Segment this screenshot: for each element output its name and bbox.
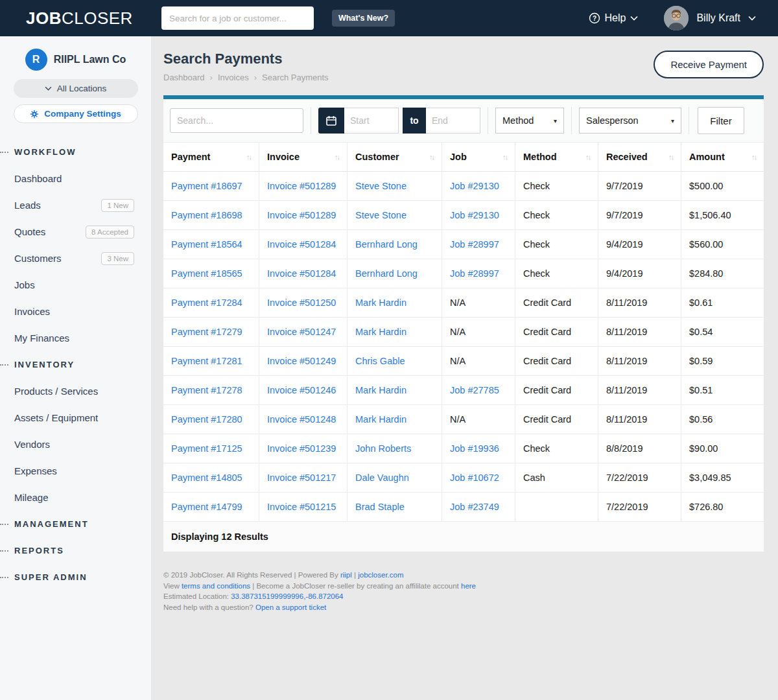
sort-icon[interactable]: ↑↓ [668,153,673,161]
job-link[interactable]: Job #27785 [450,385,499,395]
support-ticket-link[interactable]: Open a support ticket [255,603,326,611]
payment-link[interactable]: Payment #17279 [171,327,242,337]
payment-link[interactable]: Payment #14799 [171,502,242,512]
filter-button[interactable]: Filter [698,107,744,134]
column-header-method[interactable]: Method↑↓ [515,143,598,172]
sidebar-item-customers[interactable]: Customers3 New [0,245,151,272]
payment-link[interactable]: Payment #17284 [171,298,242,308]
customer-link[interactable]: Dale Vaughn [355,472,409,483]
jobcloser-link[interactable]: jobcloser.com [358,571,403,579]
location-link[interactable]: 33.387315199999996,-86.872064 [231,592,343,600]
sort-icon[interactable]: ↑↓ [246,153,251,161]
app-logo[interactable]: JOBCLOSER [26,8,133,29]
job-link[interactable]: Job #29130 [450,210,499,220]
sidebar-item-jobs[interactable]: Jobs [0,272,151,298]
sidebar-section-workflow[interactable]: WORKFLOW [0,139,151,165]
sidebar-item-dashboard[interactable]: Dashboard [0,165,151,192]
sidebar-item-leads[interactable]: Leads1 New [0,192,151,218]
sort-icon[interactable]: ↑↓ [429,153,434,161]
customer-link[interactable]: Bernhard Long [355,268,418,279]
column-header-amount[interactable]: Amount↑↓ [681,143,764,172]
affiliate-here-link[interactable]: here [461,582,476,590]
terms-link[interactable]: terms and conditions [182,582,250,590]
sidebar-section-management[interactable]: MANAGEMENT [0,511,151,537]
invoice-link[interactable]: Invoice #501246 [267,385,336,395]
customer-link[interactable]: Steve Stone [355,210,407,220]
customer-link[interactable]: Mark Hardin [355,385,407,395]
sidebar-item-assets-equipment[interactable]: Assets / Equipment [0,404,151,431]
payment-link[interactable]: Payment #17278 [171,385,242,395]
sidebar-section-inventory[interactable]: INVENTORY [0,351,151,378]
sidebar-item-my-finances[interactable]: My Finances [0,325,151,351]
column-header-invoice[interactable]: Invoice↑↓ [259,143,348,172]
column-header-payment[interactable]: Payment↑↓ [163,143,259,172]
column-header-job[interactable]: Job↑↓ [442,143,515,172]
method-select[interactable]: Method ▾ [495,108,564,134]
customer-link[interactable]: Chris Gable [355,356,405,366]
invoice-link[interactable]: Invoice #501289 [267,210,336,220]
job-link[interactable]: Job #28997 [450,239,499,250]
sidebar-item-vendors[interactable]: Vendors [0,431,151,458]
job-link[interactable]: Job #23749 [450,502,499,512]
sidebar-item-expenses[interactable]: Expenses [0,458,151,484]
invoice-link[interactable]: Invoice #501249 [267,356,336,366]
payment-link[interactable]: Payment #17125 [171,443,242,454]
locations-dropdown[interactable]: All Locations [14,79,138,98]
sort-icon[interactable]: ↑↓ [335,153,339,161]
breadcrumb-separator: › [210,73,213,82]
payment-link[interactable]: Payment #18565 [171,268,242,279]
sidebar-section-reports[interactable]: REPORTS [0,537,151,564]
column-header-customer[interactable]: Customer↑↓ [348,143,442,172]
invoice-link[interactable]: Invoice #501248 [267,414,336,425]
payment-link[interactable]: Payment #18564 [171,239,242,250]
date-start-input[interactable] [344,108,399,134]
sort-icon[interactable]: ↑↓ [502,153,507,161]
invoice-link[interactable]: Invoice #501250 [267,298,336,308]
invoice-link[interactable]: Invoice #501289 [267,181,336,191]
company-settings-button[interactable]: Company Settings [14,104,138,123]
payment-link[interactable]: Payment #18697 [171,181,242,191]
invoice-link[interactable]: Invoice #501239 [267,443,336,454]
job-link[interactable]: Job #29130 [450,181,499,191]
sidebar-item-mileage[interactable]: Mileage [0,484,151,511]
global-search-input[interactable] [161,6,314,30]
breadcrumb-dashboard[interactable]: Dashboard [163,73,205,82]
payment-link[interactable]: Payment #18698 [171,210,242,220]
user-menu[interactable]: Billy Kraft [664,6,756,30]
sidebar-section-super-admin[interactable]: SUPER ADMIN [0,564,151,590]
payment-link[interactable]: Payment #17280 [171,414,242,425]
customer-link[interactable]: Brad Staple [355,502,405,512]
sidebar-item-invoices[interactable]: Invoices [0,298,151,325]
payment-link[interactable]: Payment #17281 [171,356,242,366]
column-header-received[interactable]: Received↑↓ [598,143,681,172]
job-link[interactable]: Job #10672 [450,472,499,483]
customer-link[interactable]: Mark Hardin [355,298,407,308]
company-logo[interactable]: R [25,49,47,71]
customer-link[interactable]: Steve Stone [355,181,407,191]
payments-search-input[interactable] [170,108,303,133]
sort-icon[interactable]: ↑↓ [585,153,590,161]
sidebar-item-quotes[interactable]: Quotes8 Accepted [0,218,151,245]
invoice-link[interactable]: Invoice #501215 [267,502,336,512]
invoice-link[interactable]: Invoice #501247 [267,327,336,337]
customer-link[interactable]: Mark Hardin [355,414,407,425]
riipl-link[interactable]: riipl [340,571,352,579]
calendar-button[interactable] [318,108,344,134]
job-link[interactable]: Job #28997 [450,268,499,279]
whats-new-button[interactable]: What's New? [332,10,395,27]
payment-link[interactable]: Payment #14805 [171,472,242,483]
customer-link[interactable]: Mark Hardin [355,327,407,337]
date-end-input[interactable] [426,108,480,134]
invoice-link[interactable]: Invoice #501217 [267,472,336,483]
invoice-link[interactable]: Invoice #501284 [267,268,336,279]
receive-payment-button[interactable]: Receive Payment [654,51,764,78]
help-menu[interactable]: ? Help [589,12,639,24]
sort-icon[interactable]: ↑↓ [751,153,756,161]
customer-link[interactable]: John Roberts [355,443,411,454]
customer-link[interactable]: Bernhard Long [355,239,418,250]
salesperson-select[interactable]: Salesperson ▾ [579,108,681,134]
breadcrumb-invoices[interactable]: Invoices [218,73,249,82]
sidebar-item-products-services[interactable]: Products / Services [0,378,151,404]
job-link[interactable]: Job #19936 [450,443,499,454]
invoice-link[interactable]: Invoice #501284 [267,239,336,250]
